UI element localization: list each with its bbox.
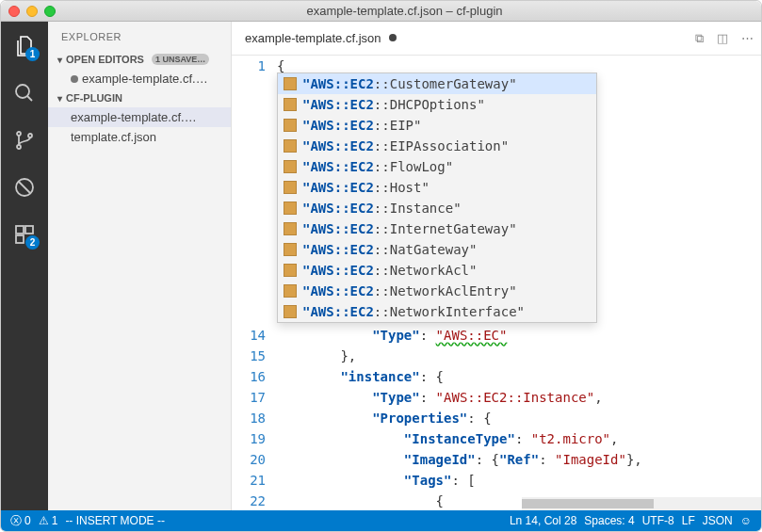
snippet-icon	[284, 243, 297, 256]
svg-point-3	[28, 134, 32, 137]
status-indent[interactable]: Spaces: 4	[584, 514, 634, 527]
open-editors-list: example-template.cf.…	[48, 69, 231, 89]
explorer-sidebar: EXPLORER ▾ OPEN EDITORS 1 UNSAVE… exampl…	[48, 22, 232, 510]
split-editor-icon[interactable]: ◫	[717, 31, 728, 46]
window-titlebar: example-template.cf.json – cf-plugin	[1, 1, 761, 22]
status-vim-mode: -- INSERT MODE --	[65, 514, 165, 527]
activity-scm[interactable]	[11, 127, 38, 153]
status-eol[interactable]: LF	[682, 514, 695, 527]
warning-icon: ⚠	[39, 514, 49, 527]
suggestion-item[interactable]: "AWS::EC2::EIP"	[278, 115, 596, 136]
editor-tab-active[interactable]: example-template.cf.json	[232, 22, 410, 55]
close-window-button[interactable]	[8, 6, 20, 17]
snippet-icon	[284, 181, 297, 194]
window-title: example-template.cf.json – cf-plugin	[56, 4, 754, 18]
activity-debug[interactable]	[11, 174, 38, 201]
project-file-list: example-template.cf.…template.cf.json	[48, 107, 231, 147]
dirty-indicator-icon	[389, 34, 397, 41]
suggestion-item[interactable]: "AWS::EC2::CustomerGateway"	[278, 73, 596, 94]
snippet-icon	[284, 222, 297, 235]
suggestion-widget[interactable]: "AWS::EC2::CustomerGateway""AWS::EC2::DH…	[277, 73, 597, 323]
status-cursor-pos[interactable]: Ln 14, Col 28	[510, 514, 576, 527]
suggestion-item[interactable]: "AWS::EC2::NatGateway"	[278, 239, 596, 260]
error-icon: ⓧ	[10, 513, 22, 529]
snippet-icon	[284, 284, 297, 298]
snippet-icon	[284, 139, 297, 153]
horizontal-scrollbar[interactable]	[522, 497, 761, 510]
tab-label: example-template.cf.json	[245, 31, 381, 45]
snippet-icon	[284, 202, 297, 215]
scrollbar-thumb[interactable]	[522, 499, 654, 508]
activity-search[interactable]	[11, 80, 38, 106]
sidebar-title: EXPLORER	[48, 22, 231, 50]
file-label: example-template.cf.…	[82, 72, 208, 86]
branch-icon	[13, 129, 36, 152]
extensions-badge: 2	[25, 235, 40, 250]
open-editors-section[interactable]: ▾ OPEN EDITORS 1 UNSAVE…	[48, 50, 231, 69]
suggestion-item[interactable]: "AWS::EC2::DHCPOptions"	[278, 94, 596, 115]
dirty-dot-icon	[71, 75, 78, 83]
chevron-down-icon: ▾	[57, 55, 62, 65]
editor-actions: ⧉ ◫ ⋯	[695, 31, 754, 46]
file-item[interactable]: template.cf.json	[48, 127, 231, 147]
svg-rect-6	[25, 226, 33, 234]
line-gutter: 1141516171819202122	[232, 56, 277, 510]
bug-icon	[13, 176, 36, 199]
snippet-icon	[284, 119, 297, 132]
status-feedback-icon[interactable]: ☺	[740, 514, 752, 527]
zoom-window-button[interactable]	[44, 6, 56, 17]
snippet-icon	[284, 98, 297, 111]
suggestion-item[interactable]: "AWS::EC2::NetworkAclEntry"	[278, 281, 596, 301]
activity-explorer[interactable]: 1	[11, 33, 38, 59]
minimize-window-button[interactable]	[26, 6, 38, 17]
code-editor[interactable]: 1141516171819202122 { "Type": "AWS::EC" …	[232, 56, 761, 510]
chevron-down-icon: ▾	[57, 93, 62, 104]
explorer-badge: 1	[25, 47, 40, 61]
suggestion-item[interactable]: "AWS::EC2::NetworkInterface"	[278, 301, 596, 322]
svg-point-2	[17, 145, 21, 149]
svg-point-1	[17, 132, 21, 136]
status-language[interactable]: JSON	[703, 514, 733, 527]
activity-extensions[interactable]: 2	[11, 221, 38, 248]
suggestion-item[interactable]: "AWS::EC2::Host"	[278, 177, 596, 198]
search-icon	[13, 82, 36, 105]
status-warnings[interactable]: ⚠1	[39, 514, 58, 527]
suggestion-item[interactable]: "AWS::EC2::NetworkAcl"	[278, 260, 596, 281]
tab-bar: example-template.cf.json ⧉ ◫ ⋯	[232, 22, 761, 56]
svg-rect-5	[16, 226, 24, 234]
file-item[interactable]: example-template.cf.…	[48, 107, 231, 127]
more-actions-icon[interactable]: ⋯	[741, 31, 754, 46]
snippet-icon	[284, 264, 297, 277]
snippet-icon	[284, 77, 297, 90]
window-controls	[8, 6, 56, 17]
snippet-icon	[284, 305, 297, 318]
suggestion-item[interactable]: "AWS::EC2::EIPAssociation"	[278, 136, 596, 156]
project-section[interactable]: ▾ CF-PLUGIN	[48, 89, 231, 107]
svg-rect-7	[16, 235, 24, 243]
status-bar: ⓧ0 ⚠1 -- INSERT MODE -- Ln 14, Col 28 Sp…	[1, 510, 761, 531]
status-encoding[interactable]: UTF-8	[642, 514, 674, 527]
open-editor-item[interactable]: example-template.cf.…	[48, 69, 231, 89]
suggestion-item[interactable]: "AWS::EC2::FlowLog"	[278, 156, 596, 177]
show-preview-icon[interactable]: ⧉	[695, 31, 704, 46]
snippet-icon	[284, 160, 297, 173]
unsaved-badge: 1 UNSAVE…	[152, 54, 209, 65]
svg-point-0	[16, 85, 29, 98]
suggestion-item[interactable]: "AWS::EC2::InternetGateway"	[278, 218, 596, 239]
suggestion-item[interactable]: "AWS::EC2::Instance"	[278, 198, 596, 218]
activity-bar: 1 2	[1, 22, 48, 510]
editor-area: example-template.cf.json ⧉ ◫ ⋯ 114151617…	[232, 22, 761, 510]
status-errors[interactable]: ⓧ0	[10, 513, 31, 529]
